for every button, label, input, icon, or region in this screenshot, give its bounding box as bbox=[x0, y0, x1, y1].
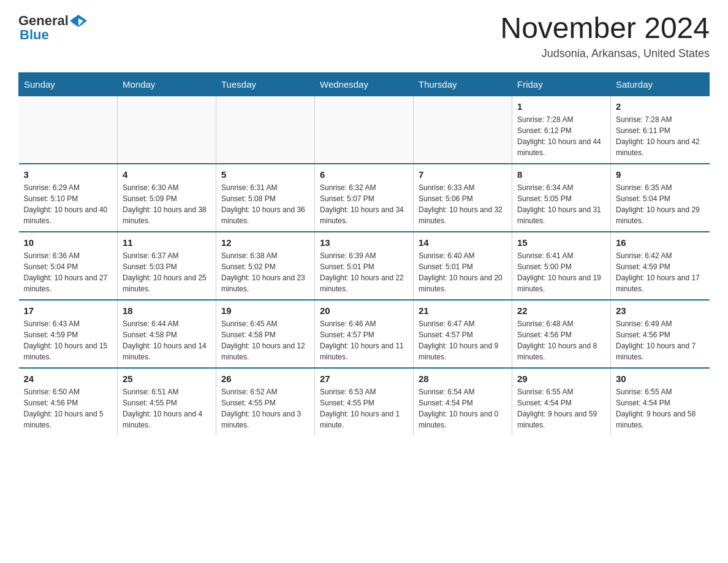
calendar-day-cell: 9Sunrise: 6:35 AM Sunset: 5:04 PM Daylig… bbox=[611, 164, 710, 232]
day-info: Sunrise: 6:43 AM Sunset: 4:59 PM Dayligh… bbox=[24, 318, 113, 362]
calendar-day-cell: 8Sunrise: 6:34 AM Sunset: 5:05 PM Daylig… bbox=[512, 164, 611, 232]
day-info: Sunrise: 6:41 AM Sunset: 5:00 PM Dayligh… bbox=[517, 250, 605, 294]
calendar-day-cell: 5Sunrise: 6:31 AM Sunset: 5:08 PM Daylig… bbox=[216, 164, 315, 232]
calendar-day-cell: 22Sunrise: 6:48 AM Sunset: 4:56 PM Dayli… bbox=[512, 300, 611, 368]
logo-icon bbox=[70, 12, 87, 29]
calendar-week-row: 3Sunrise: 6:29 AM Sunset: 5:10 PM Daylig… bbox=[19, 164, 710, 232]
calendar-day-cell: 14Sunrise: 6:40 AM Sunset: 5:01 PM Dayli… bbox=[414, 232, 512, 300]
calendar-day-cell: 1Sunrise: 7:28 AM Sunset: 6:12 PM Daylig… bbox=[512, 96, 611, 164]
calendar-day-cell: 7Sunrise: 6:33 AM Sunset: 5:06 PM Daylig… bbox=[414, 164, 512, 232]
day-info: Sunrise: 6:55 AM Sunset: 4:54 PM Dayligh… bbox=[616, 386, 705, 431]
day-number: 18 bbox=[123, 305, 211, 316]
day-info: Sunrise: 6:42 AM Sunset: 4:59 PM Dayligh… bbox=[616, 250, 705, 294]
month-title: November 2024 bbox=[500, 12, 710, 45]
calendar-day-cell bbox=[118, 96, 216, 164]
day-info: Sunrise: 7:28 AM Sunset: 6:11 PM Dayligh… bbox=[616, 114, 705, 158]
day-number: 10 bbox=[24, 237, 113, 248]
day-info: Sunrise: 6:29 AM Sunset: 5:10 PM Dayligh… bbox=[24, 182, 113, 226]
day-info: Sunrise: 6:51 AM Sunset: 4:55 PM Dayligh… bbox=[123, 386, 211, 431]
day-info: Sunrise: 6:53 AM Sunset: 4:55 PM Dayligh… bbox=[320, 386, 408, 431]
day-number: 17 bbox=[24, 305, 113, 316]
calendar-week-row: 1Sunrise: 7:28 AM Sunset: 6:12 PM Daylig… bbox=[19, 96, 710, 164]
day-info: Sunrise: 6:38 AM Sunset: 5:02 PM Dayligh… bbox=[221, 250, 309, 294]
day-number: 16 bbox=[616, 237, 705, 248]
day-info: Sunrise: 6:54 AM Sunset: 4:54 PM Dayligh… bbox=[419, 386, 507, 431]
calendar-day-cell: 17Sunrise: 6:43 AM Sunset: 4:59 PM Dayli… bbox=[19, 300, 118, 368]
day-info: Sunrise: 6:32 AM Sunset: 5:07 PM Dayligh… bbox=[320, 182, 408, 226]
day-number: 3 bbox=[24, 169, 113, 180]
day-of-week-header: Wednesday bbox=[315, 72, 414, 96]
day-info: Sunrise: 7:28 AM Sunset: 6:12 PM Dayligh… bbox=[517, 114, 605, 158]
calendar-day-cell bbox=[216, 96, 315, 164]
day-info: Sunrise: 6:35 AM Sunset: 5:04 PM Dayligh… bbox=[616, 182, 705, 226]
day-info: Sunrise: 6:50 AM Sunset: 4:56 PM Dayligh… bbox=[24, 386, 113, 431]
calendar-day-cell: 6Sunrise: 6:32 AM Sunset: 5:07 PM Daylig… bbox=[315, 164, 414, 232]
day-info: Sunrise: 6:31 AM Sunset: 5:08 PM Dayligh… bbox=[221, 182, 309, 226]
day-number: 1 bbox=[517, 101, 605, 112]
day-info: Sunrise: 6:55 AM Sunset: 4:54 PM Dayligh… bbox=[517, 386, 605, 431]
calendar-day-cell: 13Sunrise: 6:39 AM Sunset: 5:01 PM Dayli… bbox=[315, 232, 414, 300]
day-of-week-header: Saturday bbox=[611, 72, 710, 96]
day-info: Sunrise: 6:52 AM Sunset: 4:55 PM Dayligh… bbox=[221, 386, 309, 431]
day-number: 19 bbox=[221, 305, 309, 316]
calendar-header-row: SundayMondayTuesdayWednesdayThursdayFrid… bbox=[19, 72, 710, 96]
calendar-day-cell: 16Sunrise: 6:42 AM Sunset: 4:59 PM Dayli… bbox=[611, 232, 710, 300]
calendar-day-cell bbox=[414, 96, 512, 164]
day-info: Sunrise: 6:39 AM Sunset: 5:01 PM Dayligh… bbox=[320, 250, 408, 294]
calendar-day-cell: 25Sunrise: 6:51 AM Sunset: 4:55 PM Dayli… bbox=[118, 368, 216, 435]
title-block: November 2024 Judsonia, Arkansas, United… bbox=[500, 12, 710, 60]
day-number: 7 bbox=[419, 169, 507, 180]
day-info: Sunrise: 6:45 AM Sunset: 4:58 PM Dayligh… bbox=[221, 318, 309, 362]
calendar-day-cell: 26Sunrise: 6:52 AM Sunset: 4:55 PM Dayli… bbox=[216, 368, 315, 435]
calendar-day-cell: 12Sunrise: 6:38 AM Sunset: 5:02 PM Dayli… bbox=[216, 232, 315, 300]
day-info: Sunrise: 6:47 AM Sunset: 4:57 PM Dayligh… bbox=[419, 318, 507, 362]
calendar-week-row: 10Sunrise: 6:36 AM Sunset: 5:04 PM Dayli… bbox=[19, 232, 710, 300]
day-info: Sunrise: 6:44 AM Sunset: 4:58 PM Dayligh… bbox=[123, 318, 211, 362]
day-number: 21 bbox=[419, 305, 507, 316]
day-of-week-header: Thursday bbox=[414, 72, 512, 96]
day-number: 25 bbox=[123, 373, 211, 384]
day-number: 29 bbox=[517, 373, 605, 384]
calendar-day-cell: 20Sunrise: 6:46 AM Sunset: 4:57 PM Dayli… bbox=[315, 300, 414, 368]
logo-blue-text: Blue bbox=[20, 27, 49, 43]
day-info: Sunrise: 6:30 AM Sunset: 5:09 PM Dayligh… bbox=[123, 182, 211, 226]
day-number: 6 bbox=[320, 169, 408, 180]
day-number: 12 bbox=[221, 237, 309, 248]
day-number: 22 bbox=[517, 305, 605, 316]
day-info: Sunrise: 6:46 AM Sunset: 4:57 PM Dayligh… bbox=[320, 318, 408, 362]
day-number: 4 bbox=[123, 169, 211, 180]
calendar-day-cell: 30Sunrise: 6:55 AM Sunset: 4:54 PM Dayli… bbox=[611, 368, 710, 435]
day-number: 23 bbox=[616, 305, 705, 316]
day-number: 8 bbox=[517, 169, 605, 180]
day-number: 2 bbox=[616, 101, 705, 112]
calendar-week-row: 24Sunrise: 6:50 AM Sunset: 4:56 PM Dayli… bbox=[19, 368, 710, 435]
calendar-day-cell: 24Sunrise: 6:50 AM Sunset: 4:56 PM Dayli… bbox=[19, 368, 118, 435]
calendar-day-cell: 21Sunrise: 6:47 AM Sunset: 4:57 PM Dayli… bbox=[414, 300, 512, 368]
day-of-week-header: Monday bbox=[118, 72, 216, 96]
day-number: 30 bbox=[616, 373, 705, 384]
day-info: Sunrise: 6:48 AM Sunset: 4:56 PM Dayligh… bbox=[517, 318, 605, 362]
day-number: 5 bbox=[221, 169, 309, 180]
day-number: 13 bbox=[320, 237, 408, 248]
calendar-week-row: 17Sunrise: 6:43 AM Sunset: 4:59 PM Dayli… bbox=[19, 300, 710, 368]
day-number: 26 bbox=[221, 373, 309, 384]
calendar-day-cell: 28Sunrise: 6:54 AM Sunset: 4:54 PM Dayli… bbox=[414, 368, 512, 435]
calendar-day-cell: 11Sunrise: 6:37 AM Sunset: 5:03 PM Dayli… bbox=[118, 232, 216, 300]
day-info: Sunrise: 6:40 AM Sunset: 5:01 PM Dayligh… bbox=[419, 250, 507, 294]
calendar-day-cell: 10Sunrise: 6:36 AM Sunset: 5:04 PM Dayli… bbox=[19, 232, 118, 300]
day-number: 28 bbox=[419, 373, 507, 384]
calendar-day-cell: 29Sunrise: 6:55 AM Sunset: 4:54 PM Dayli… bbox=[512, 368, 611, 435]
calendar-day-cell bbox=[315, 96, 414, 164]
calendar-day-cell: 3Sunrise: 6:29 AM Sunset: 5:10 PM Daylig… bbox=[19, 164, 118, 232]
day-number: 15 bbox=[517, 237, 605, 248]
calendar-day-cell: 4Sunrise: 6:30 AM Sunset: 5:09 PM Daylig… bbox=[118, 164, 216, 232]
calendar-table: SundayMondayTuesdayWednesdayThursdayFrid… bbox=[18, 72, 710, 435]
day-number: 11 bbox=[123, 237, 211, 248]
day-info: Sunrise: 6:37 AM Sunset: 5:03 PM Dayligh… bbox=[123, 250, 211, 294]
calendar-day-cell: 15Sunrise: 6:41 AM Sunset: 5:00 PM Dayli… bbox=[512, 232, 611, 300]
calendar-day-cell: 27Sunrise: 6:53 AM Sunset: 4:55 PM Dayli… bbox=[315, 368, 414, 435]
day-of-week-header: Tuesday bbox=[216, 72, 315, 96]
page-header: General Blue November 2024 Judsonia, Ark… bbox=[18, 12, 710, 60]
day-number: 14 bbox=[419, 237, 507, 248]
logo: General Blue bbox=[18, 12, 87, 43]
